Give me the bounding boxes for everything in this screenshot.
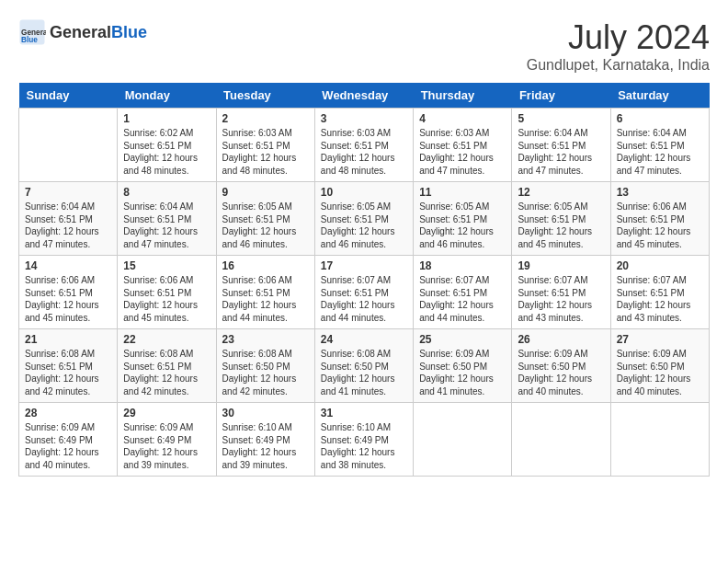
cell-content: Sunrise: 6:06 AM Sunset: 6:51 PM Dayligh… xyxy=(123,274,210,324)
location-subtitle: Gundlupet, Karnataka, India xyxy=(527,57,710,74)
day-number: 16 xyxy=(222,259,309,272)
cell-content: Sunrise: 6:08 AM Sunset: 6:50 PM Dayligh… xyxy=(222,348,309,397)
month-year-title: July 2024 xyxy=(527,18,710,57)
calendar-cell: 24Sunrise: 6:08 AM Sunset: 6:50 PM Dayli… xyxy=(314,329,413,403)
cell-content: Sunrise: 6:04 AM Sunset: 6:51 PM Dayligh… xyxy=(25,201,111,250)
cell-content: Sunrise: 6:04 AM Sunset: 6:51 PM Dayligh… xyxy=(518,127,604,177)
cell-content: Sunrise: 6:03 AM Sunset: 6:51 PM Dayligh… xyxy=(222,127,309,177)
cell-content: Sunrise: 6:10 AM Sunset: 6:49 PM Dayligh… xyxy=(222,421,309,471)
cell-content: Sunrise: 6:07 AM Sunset: 6:51 PM Dayligh… xyxy=(617,274,703,324)
cell-content: Sunrise: 6:04 AM Sunset: 6:51 PM Dayligh… xyxy=(123,201,210,250)
header-day-tuesday: Tuesday xyxy=(216,83,314,109)
calendar-cell: 20Sunrise: 6:07 AM Sunset: 6:51 PM Dayli… xyxy=(610,256,709,329)
day-number: 26 xyxy=(518,333,604,346)
day-number: 19 xyxy=(518,259,604,272)
calendar-cell: 23Sunrise: 6:08 AM Sunset: 6:50 PM Dayli… xyxy=(216,329,314,403)
calendar-cell: 21Sunrise: 6:08 AM Sunset: 6:51 PM Dayli… xyxy=(19,329,118,403)
header-day-wednesday: Wednesday xyxy=(314,83,413,109)
calendar-cell: 14Sunrise: 6:06 AM Sunset: 6:51 PM Dayli… xyxy=(19,256,118,329)
day-number: 5 xyxy=(518,112,604,125)
calendar-cell: 27Sunrise: 6:09 AM Sunset: 6:50 PM Dayli… xyxy=(610,329,709,403)
day-number: 11 xyxy=(419,186,506,199)
cell-content: Sunrise: 6:07 AM Sunset: 6:51 PM Dayligh… xyxy=(419,274,506,324)
cell-content: Sunrise: 6:06 AM Sunset: 6:51 PM Dayligh… xyxy=(222,274,309,324)
cell-content: Sunrise: 6:09 AM Sunset: 6:50 PM Dayligh… xyxy=(617,348,703,397)
header-day-sunday: Sunday xyxy=(19,83,118,109)
day-number: 1 xyxy=(123,112,210,125)
cell-content: Sunrise: 6:10 AM Sunset: 6:49 PM Dayligh… xyxy=(321,421,407,471)
day-number: 9 xyxy=(222,186,309,199)
day-number: 18 xyxy=(419,259,506,272)
day-number: 30 xyxy=(222,407,309,419)
calendar-week-row: 7Sunrise: 6:04 AM Sunset: 6:51 PM Daylig… xyxy=(19,182,710,256)
calendar-cell: 18Sunrise: 6:07 AM Sunset: 6:51 PM Dayli… xyxy=(414,256,512,329)
calendar-week-row: 28Sunrise: 6:09 AM Sunset: 6:49 PM Dayli… xyxy=(19,403,710,477)
calendar-cell xyxy=(512,403,610,477)
day-number: 13 xyxy=(617,186,703,199)
calendar-cell: 8Sunrise: 6:04 AM Sunset: 6:51 PM Daylig… xyxy=(118,182,216,256)
calendar-cell: 13Sunrise: 6:06 AM Sunset: 6:51 PM Dayli… xyxy=(610,182,709,256)
calendar-cell: 17Sunrise: 6:07 AM Sunset: 6:51 PM Dayli… xyxy=(314,256,413,329)
cell-content: Sunrise: 6:08 AM Sunset: 6:51 PM Dayligh… xyxy=(25,348,111,397)
day-number: 24 xyxy=(321,333,407,346)
day-number: 27 xyxy=(617,333,703,346)
day-number: 8 xyxy=(123,186,210,199)
cell-content: Sunrise: 6:05 AM Sunset: 6:51 PM Dayligh… xyxy=(222,201,309,250)
logo-icon: General Blue xyxy=(18,18,46,46)
logo: General Blue GeneralBlue xyxy=(18,18,147,46)
calendar-cell: 1Sunrise: 6:02 AM Sunset: 6:51 PM Daylig… xyxy=(118,109,216,182)
cell-content: Sunrise: 6:06 AM Sunset: 6:51 PM Dayligh… xyxy=(617,201,703,250)
calendar-cell xyxy=(19,109,118,182)
calendar-header-row: SundayMondayTuesdayWednesdayThursdayFrid… xyxy=(19,83,710,109)
day-number: 15 xyxy=(123,259,210,272)
cell-content: Sunrise: 6:03 AM Sunset: 6:51 PM Dayligh… xyxy=(321,127,407,177)
svg-text:Blue: Blue xyxy=(21,36,38,44)
day-number: 28 xyxy=(25,407,111,419)
logo-text: GeneralBlue xyxy=(50,23,147,42)
calendar-week-row: 21Sunrise: 6:08 AM Sunset: 6:51 PM Dayli… xyxy=(19,329,710,403)
day-number: 22 xyxy=(123,333,210,346)
calendar-cell: 15Sunrise: 6:06 AM Sunset: 6:51 PM Dayli… xyxy=(118,256,216,329)
cell-content: Sunrise: 6:05 AM Sunset: 6:51 PM Dayligh… xyxy=(419,201,506,250)
calendar-cell: 10Sunrise: 6:05 AM Sunset: 6:51 PM Dayli… xyxy=(314,182,413,256)
calendar-cell: 22Sunrise: 6:08 AM Sunset: 6:51 PM Dayli… xyxy=(118,329,216,403)
cell-content: Sunrise: 6:06 AM Sunset: 6:51 PM Dayligh… xyxy=(25,274,111,324)
calendar-cell: 28Sunrise: 6:09 AM Sunset: 6:49 PM Dayli… xyxy=(19,403,118,477)
cell-content: Sunrise: 6:09 AM Sunset: 6:50 PM Dayligh… xyxy=(518,348,604,397)
calendar-table: SundayMondayTuesdayWednesdayThursdayFrid… xyxy=(18,83,710,477)
calendar-week-row: 14Sunrise: 6:06 AM Sunset: 6:51 PM Dayli… xyxy=(19,256,710,329)
day-number: 25 xyxy=(419,333,506,346)
day-number: 20 xyxy=(617,259,703,272)
header-day-friday: Friday xyxy=(512,83,610,109)
calendar-cell: 2Sunrise: 6:03 AM Sunset: 6:51 PM Daylig… xyxy=(216,109,314,182)
header-day-monday: Monday xyxy=(118,83,216,109)
day-number: 3 xyxy=(321,112,407,125)
cell-content: Sunrise: 6:08 AM Sunset: 6:51 PM Dayligh… xyxy=(123,348,210,397)
day-number: 14 xyxy=(25,259,111,272)
day-number: 2 xyxy=(222,112,309,125)
day-number: 6 xyxy=(617,112,703,125)
calendar-cell: 30Sunrise: 6:10 AM Sunset: 6:49 PM Dayli… xyxy=(216,403,314,477)
day-number: 10 xyxy=(321,186,407,199)
cell-content: Sunrise: 6:05 AM Sunset: 6:51 PM Dayligh… xyxy=(321,201,407,250)
calendar-cell: 12Sunrise: 6:05 AM Sunset: 6:51 PM Dayli… xyxy=(512,182,610,256)
cell-content: Sunrise: 6:08 AM Sunset: 6:50 PM Dayligh… xyxy=(321,348,407,397)
cell-content: Sunrise: 6:02 AM Sunset: 6:51 PM Dayligh… xyxy=(123,127,210,177)
calendar-cell: 3Sunrise: 6:03 AM Sunset: 6:51 PM Daylig… xyxy=(314,109,413,182)
day-number: 23 xyxy=(222,333,309,346)
cell-content: Sunrise: 6:07 AM Sunset: 6:51 PM Dayligh… xyxy=(518,274,604,324)
cell-content: Sunrise: 6:09 AM Sunset: 6:49 PM Dayligh… xyxy=(25,421,111,471)
calendar-cell: 6Sunrise: 6:04 AM Sunset: 6:51 PM Daylig… xyxy=(610,109,709,182)
header-day-saturday: Saturday xyxy=(610,83,709,109)
cell-content: Sunrise: 6:03 AM Sunset: 6:51 PM Dayligh… xyxy=(419,127,506,177)
cell-content: Sunrise: 6:07 AM Sunset: 6:51 PM Dayligh… xyxy=(321,274,407,324)
calendar-cell: 26Sunrise: 6:09 AM Sunset: 6:50 PM Dayli… xyxy=(512,329,610,403)
header: General Blue GeneralBlue July 2024 Gundl… xyxy=(18,18,710,74)
day-number: 17 xyxy=(321,259,407,272)
calendar-cell: 4Sunrise: 6:03 AM Sunset: 6:51 PM Daylig… xyxy=(414,109,512,182)
calendar-cell: 7Sunrise: 6:04 AM Sunset: 6:51 PM Daylig… xyxy=(19,182,118,256)
calendar-week-row: 1Sunrise: 6:02 AM Sunset: 6:51 PM Daylig… xyxy=(19,109,710,182)
cell-content: Sunrise: 6:04 AM Sunset: 6:51 PM Dayligh… xyxy=(617,127,703,177)
calendar-cell: 5Sunrise: 6:04 AM Sunset: 6:51 PM Daylig… xyxy=(512,109,610,182)
calendar-cell: 11Sunrise: 6:05 AM Sunset: 6:51 PM Dayli… xyxy=(414,182,512,256)
